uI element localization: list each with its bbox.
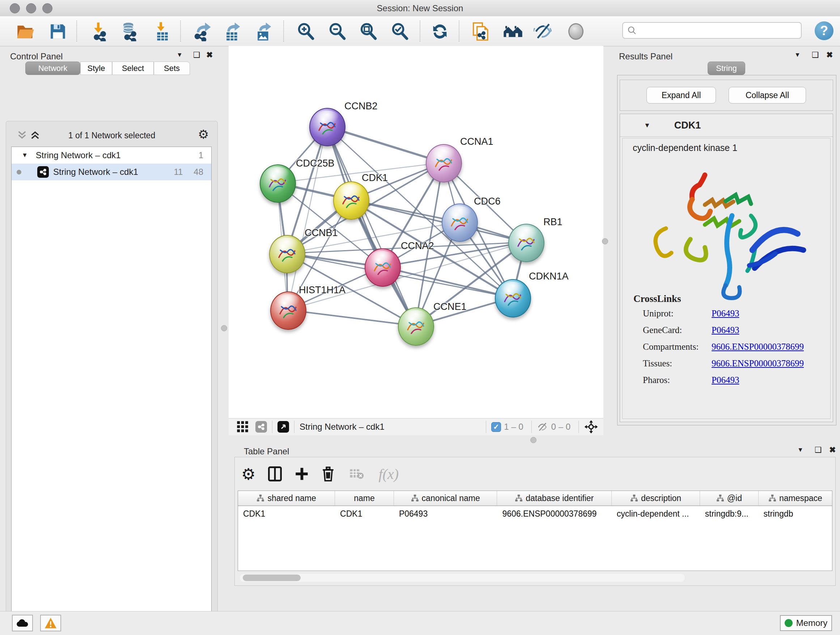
import-network-database-icon[interactable] xyxy=(119,21,139,42)
tab-style[interactable]: Style xyxy=(80,62,112,75)
warning-status-button[interactable] xyxy=(40,615,61,631)
refresh-view-icon[interactable] xyxy=(430,21,450,42)
import-table-icon[interactable] xyxy=(152,21,172,42)
gene-section-header[interactable]: ▼ CDK1 xyxy=(620,114,833,137)
network-view-canvas[interactable]: CCNB2CCNA1CDC25BCDK1CDC6RB1CCNB1CCNA2CDK… xyxy=(229,46,603,418)
hidden-count: 0 – 0 xyxy=(551,422,570,432)
left-splitter-handle[interactable] xyxy=(221,325,227,331)
table-row[interactable]: CDK1 CDK1 P06493 9606.ENSP00000378699 cy… xyxy=(238,506,832,521)
network-collection-row[interactable]: ▼ String Network – cdk1 1 xyxy=(11,147,211,164)
node-table[interactable]: shared name name canonical name database… xyxy=(238,491,832,571)
zoom-fit-icon[interactable] xyxy=(358,21,378,42)
selected-nodes-checkbox-icon[interactable]: ✓ xyxy=(491,422,501,432)
toolbar-separator xyxy=(459,21,459,42)
expand-all-button[interactable]: Expand All xyxy=(646,87,716,103)
results-panel: Results Panel ▼ ❑ ✖ String Expand All Co… xyxy=(615,46,840,445)
export-image-icon[interactable] xyxy=(253,21,273,42)
first-neighbors-icon[interactable] xyxy=(503,21,523,42)
panel-float-icon[interactable]: ❑ xyxy=(193,50,201,60)
show-columns-icon[interactable] xyxy=(268,466,282,482)
crosslink-tissues-link[interactable]: 9606.ENSP00000378699 xyxy=(712,358,804,369)
disclosure-triangle-icon[interactable]: ▼ xyxy=(22,152,28,159)
birds-eye-view-icon[interactable] xyxy=(237,421,249,433)
network-options-gear-icon[interactable]: ⚙ xyxy=(198,127,209,141)
network-node-ccne1[interactable] xyxy=(398,307,434,346)
network-edge[interactable] xyxy=(287,310,415,326)
panel-close-icon[interactable]: ✖ xyxy=(829,445,836,455)
open-session-icon[interactable] xyxy=(15,21,35,42)
collapse-all-button[interactable]: Collapse All xyxy=(729,87,806,103)
cloud-icon xyxy=(16,618,29,628)
collection-count: 1 xyxy=(199,150,203,160)
crosslink-label: GeneCard: xyxy=(643,325,682,335)
network-view-type-icon[interactable] xyxy=(256,421,267,432)
import-network-file-icon[interactable] xyxy=(89,21,110,42)
network-node-ccnb2[interactable] xyxy=(309,108,346,146)
memory-label: Memory xyxy=(796,618,828,628)
detach-view-icon[interactable] xyxy=(278,421,289,432)
protein-thumbnail xyxy=(501,287,524,310)
network-edge[interactable] xyxy=(327,126,415,326)
delete-column-icon[interactable] xyxy=(321,466,335,482)
network-row-selected[interactable]: String Network – cdk1 11 48 xyxy=(11,164,211,180)
panel-collapse-icon[interactable]: ▼ xyxy=(797,447,804,454)
network-node-cdc25b[interactable] xyxy=(260,165,296,203)
crosslink-pharos-link[interactable]: P06493 xyxy=(712,375,739,385)
table-panel-title: Table Panel xyxy=(244,447,289,456)
network-node-rb1[interactable] xyxy=(508,224,545,262)
protein-thumbnail xyxy=(276,299,300,322)
crosslink-uniprot-link[interactable]: P06493 xyxy=(712,309,739,318)
panel-close-icon[interactable]: ✖ xyxy=(826,50,833,60)
node-label-ccnb1: CCNB1 xyxy=(305,227,338,239)
network-node-ccnb1[interactable] xyxy=(269,235,305,273)
tab-string[interactable]: String xyxy=(707,62,745,75)
function-builder-button[interactable]: f(x) xyxy=(378,466,399,483)
bottom-splitter-handle[interactable] xyxy=(531,437,537,443)
show-graphics-details-icon[interactable] xyxy=(566,21,586,42)
pan-crosshair-icon[interactable] xyxy=(584,420,598,434)
table-options-gear-icon[interactable]: ⚙ xyxy=(241,465,256,483)
hidden-eye-icon[interactable] xyxy=(537,422,548,432)
network-node-cdkn1a[interactable] xyxy=(495,279,531,318)
crosslink-compartments-link[interactable]: 9606.ENSP00000378699 xyxy=(712,342,804,352)
column-header: name xyxy=(335,491,394,505)
panel-collapse-icon[interactable]: ▼ xyxy=(794,51,801,59)
network-node-hist1h1a[interactable] xyxy=(270,291,306,330)
zoom-out-icon[interactable] xyxy=(327,21,347,42)
table-horizontal-scrollbar[interactable] xyxy=(240,574,685,582)
node-label-cdk1: CDK1 xyxy=(362,172,388,184)
scrollbar-thumb[interactable] xyxy=(243,575,301,581)
tab-sets[interactable]: Sets xyxy=(154,62,190,75)
export-network-icon[interactable] xyxy=(193,21,213,42)
panel-close-icon[interactable]: ✖ xyxy=(206,50,213,60)
panel-float-icon[interactable]: ❑ xyxy=(812,50,819,60)
panel-float-icon[interactable]: ❑ xyxy=(815,445,822,455)
network-node-ccna1[interactable] xyxy=(426,144,462,182)
memory-button[interactable]: Memory xyxy=(780,615,832,631)
hide-selected-icon[interactable] xyxy=(533,21,554,42)
help-button[interactable]: ? xyxy=(815,21,834,40)
create-column-icon[interactable] xyxy=(294,467,309,481)
crosslink-genecard-link[interactable]: P06493 xyxy=(712,325,739,335)
export-table-icon[interactable] xyxy=(222,21,242,42)
tab-select[interactable]: Select xyxy=(112,62,154,75)
crosslinks-title: CrossLinks xyxy=(633,293,681,304)
toolbar-separator xyxy=(420,21,420,42)
cloud-status-button[interactable] xyxy=(12,615,33,631)
network-node-cdc6[interactable] xyxy=(442,203,478,242)
panel-collapse-icon[interactable]: ▼ xyxy=(177,51,183,59)
save-session-icon[interactable] xyxy=(48,21,68,42)
search-input[interactable] xyxy=(622,22,802,39)
delete-table-icon[interactable] xyxy=(349,468,364,480)
right-splitter-handle[interactable] xyxy=(602,238,608,244)
zoom-selected-icon[interactable] xyxy=(390,21,410,42)
window-title: Session: New Session xyxy=(0,3,840,13)
network-node-ccna2[interactable] xyxy=(365,249,401,287)
network-node-cdk1[interactable] xyxy=(333,181,369,220)
tab-network[interactable]: Network xyxy=(25,62,80,75)
disclosure-triangle-icon[interactable]: ▼ xyxy=(644,122,651,129)
zoom-in-icon[interactable] xyxy=(295,21,316,42)
new-network-from-selection-icon[interactable] xyxy=(471,21,491,42)
status-bar: Memory xyxy=(0,611,840,635)
network-edge[interactable] xyxy=(382,267,512,298)
